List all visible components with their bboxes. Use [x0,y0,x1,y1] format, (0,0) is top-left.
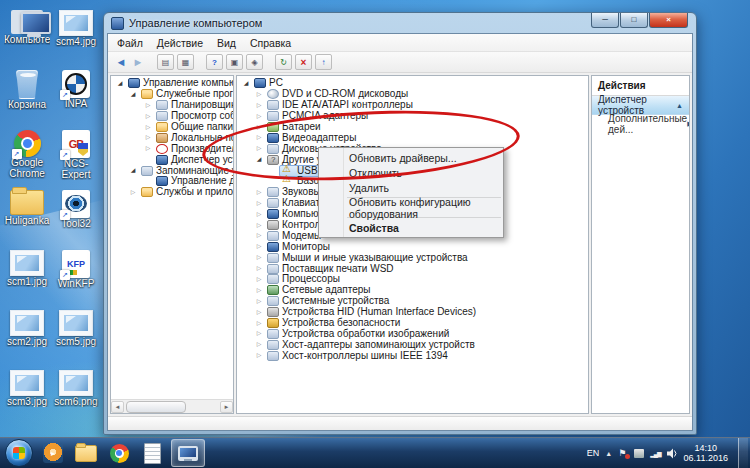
device-tray-icon[interactable] [634,449,644,458]
expand-toggle-icon[interactable] [254,112,264,121]
taskbar-computer-management-button[interactable] [171,439,205,467]
tree-item[interactable]: Батареи [239,122,588,133]
desktop-icon[interactable]: WinKFP [53,248,99,308]
expand-toggle-icon[interactable] [254,351,264,360]
expand-toggle-icon[interactable] [254,340,264,349]
expand-toggle-icon[interactable] [254,221,264,230]
desktop-icon[interactable]: NCS-Expert tool [53,128,99,188]
expand-toggle-icon[interactable] [254,231,264,240]
expand-toggle-icon[interactable] [254,123,264,132]
expand-toggle-icon[interactable] [254,253,264,262]
tree-item[interactable]: PC [239,78,588,89]
taskbar-explorer-button[interactable] [72,440,100,466]
menu-item-disable[interactable]: Отключить [319,165,503,180]
tree-item[interactable]: Поставщик печати WSD [239,263,588,274]
toolbar-button[interactable]: ◄ [114,56,128,68]
toolbar-button[interactable]: ▣ [226,54,243,70]
taskbar-notepad-button[interactable] [138,440,166,466]
tree-item[interactable]: Устройства безопасности [239,318,588,329]
clock[interactable]: 14:10 06.11.2016 [684,443,728,463]
expand-toggle-icon[interactable] [115,79,125,88]
start-button[interactable] [5,439,33,467]
desktop-icon[interactable]: INPA [53,68,99,128]
toolbar-button[interactable]: ↑ [315,54,332,70]
tree-item[interactable]: Просмотр событий [113,111,233,122]
expand-toggle-icon[interactable] [254,329,264,338]
scroll-right-icon[interactable]: ► [220,401,233,413]
menu-action[interactable]: Действие [157,37,203,49]
language-indicator[interactable]: EN [587,448,600,458]
menu-item-scan-hardware[interactable]: Обновить конфигурацию оборудования [319,200,503,215]
tree-item[interactable]: Локальные пользовател... [113,132,233,143]
toolbar-button[interactable]: ◈ [246,54,263,70]
tree-item-body[interactable]: Производительность [153,143,233,155]
menu-item-uninstall[interactable]: Удалить [319,180,503,195]
volume-icon[interactable] [667,448,678,459]
expand-toggle-icon[interactable] [241,79,251,88]
taskbar-chrome-button[interactable] [105,440,133,466]
desktop-icon[interactable]: scm6.png [53,368,99,428]
maximize-button-icon[interactable]: □ [620,13,648,28]
desktop-icon[interactable]: Корзина [4,68,50,128]
expand-toggle-icon[interactable] [254,286,264,295]
desktop-icon[interactable]: Компьютер [4,8,50,68]
expand-toggle-icon[interactable] [254,264,264,273]
expand-toggle-icon[interactable] [254,90,264,99]
expand-toggle-icon[interactable] [143,123,153,132]
expand-toggle-icon[interactable] [254,308,264,317]
expand-toggle-icon[interactable] [254,155,264,164]
tree-item[interactable]: Службы и приложения [113,187,233,198]
toolbar-button[interactable]: ▦ [177,54,194,70]
tree-item[interactable]: Хост-адаптеры запоминающих устройств [239,339,588,350]
show-desktop-button[interactable] [738,438,748,468]
close-button-icon[interactable]: × [649,13,688,28]
expand-toggle-icon[interactable] [254,242,264,251]
tree-item[interactable]: Запоминающие устройст... [113,165,233,176]
menu-item-update-driver[interactable]: Обновить драйверы... [319,150,503,165]
network-signal-icon[interactable]: ▂▄▆ [650,450,660,457]
menu-item-properties[interactable]: Свойства [319,220,503,235]
tree-item[interactable]: Мыши и иные указывающие устройства [239,252,588,263]
tree-item[interactable]: Планировщик заданий [113,100,233,111]
menu-view[interactable]: Вид [217,37,236,49]
expand-toggle-icon[interactable] [128,188,138,197]
tree-item[interactable]: Устройства HID (Human Interface Devices) [239,307,588,318]
tree-item[interactable]: Процессоры [239,274,588,285]
tree-item[interactable]: Диспетчер устройств [113,154,233,165]
tree-item-body[interactable]: Службы и приложения [138,186,233,198]
expand-toggle-icon[interactable] [254,101,264,110]
tree-item[interactable]: Производительность [113,143,233,154]
tree-item[interactable]: Управление дисками [113,176,233,187]
desktop-icon[interactable]: Tool32 [53,188,99,248]
toolbar-button[interactable]: ► [131,56,145,68]
tree-item[interactable]: Системные устройства [239,296,588,307]
expand-toggle-icon[interactable] [128,166,138,175]
tree-item[interactable]: Управление компьютером (л [113,78,233,89]
expand-toggle-icon[interactable] [254,297,264,306]
expand-toggle-icon[interactable] [254,319,264,328]
toolbar-button[interactable]: ↻ [275,54,292,70]
collapse-caret-icon[interactable]: ▲ [676,102,683,109]
desktop-icon[interactable]: scm2.jpg [4,308,50,368]
scrollbar-thumb[interactable] [126,401,186,413]
scroll-left-icon[interactable]: ◄ [111,401,124,413]
toolbar-button[interactable]: ? [206,54,223,70]
desktop-icon[interactable]: scm3.jpg [4,368,50,428]
expand-toggle-icon[interactable] [143,112,153,121]
horizontal-scrollbar[interactable]: ◄ ► [111,399,233,413]
desktop-icon[interactable]: Huliganka [4,188,50,248]
tree-item-body[interactable]: Мыши и иные указывающие устройства [264,252,471,264]
expand-toggle-icon[interactable] [254,144,264,153]
tree-item[interactable]: DVD и CD-ROM дисководы [239,89,588,100]
tree-item[interactable]: Видеоадаптеры [239,132,588,143]
expand-toggle-icon[interactable] [254,199,264,208]
tree-item[interactable]: Мониторы [239,241,588,252]
tree-item[interactable]: Общие папки [113,122,233,133]
hidden-icons-chevron-icon[interactable]: ▲ [605,450,612,457]
tree-item[interactable]: Служебные программы [113,89,233,100]
expand-toggle-icon[interactable] [143,144,153,153]
action-center-flag-icon[interactable]: ⚑ [618,448,628,459]
expand-toggle-icon[interactable] [128,90,138,99]
taskbar-media-player-button[interactable] [39,440,67,466]
toolbar-button[interactable]: × [295,54,312,70]
